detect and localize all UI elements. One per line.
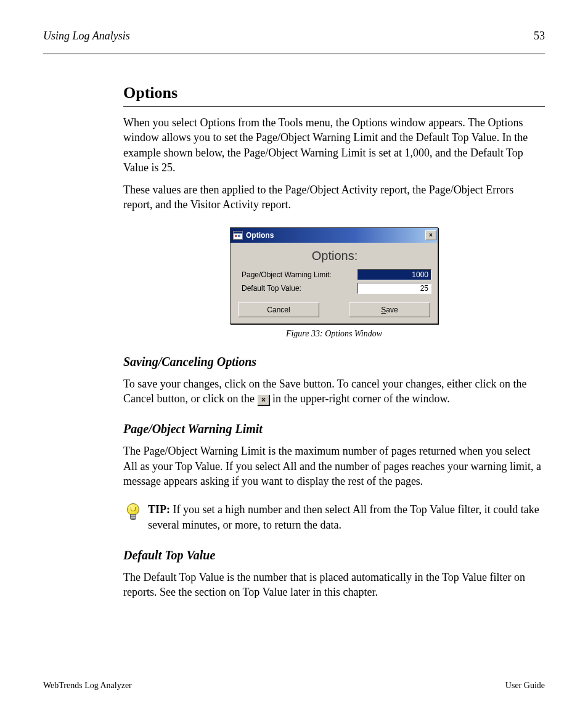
header-page-number: 53 [534,30,545,43]
lightbulb-icon [126,503,139,522]
close-icon[interactable]: × [425,230,436,240]
save-button[interactable]: Save [349,302,430,317]
subheading-warning-limit: Page/Object Warning Limit [123,422,545,436]
section-heading-options: Options [123,84,545,102]
footer-right: User Guide [505,681,545,691]
tip-block: TIP: If you set a high number and then s… [123,502,545,532]
tip-body: If you set a high number and then select… [148,503,539,530]
warning-limit-label: Page/Object Warning Limit: [242,270,332,279]
figure-caption: Figure 33: Options Window [123,329,545,339]
dialog-title: Options [246,231,274,240]
section-rule [123,106,545,107]
tip-label: TIP: [148,503,170,516]
intro-paragraph-1: When you select Options from the Tools m… [123,115,545,175]
dialog-titlebar[interactable]: Options × [231,228,438,243]
close-icon: × [257,394,269,405]
default-top-label: Default Top Value: [242,284,301,293]
cancel-button[interactable]: Cancel [238,302,319,317]
app-icon [233,231,243,240]
warning-limit-input[interactable] [357,269,431,280]
dialog-body-title: Options: [238,249,431,263]
header-chapter: Using Log Analysis [43,30,130,43]
intro-paragraph-2: These values are then applied to the Pag… [123,182,545,213]
options-dialog-figure: Options × Options: Page/Object Warning L… [123,227,545,339]
default-top-paragraph: The Default Top Value is the number that… [123,570,545,600]
header-rule [43,54,545,54]
footer-left: WebTrends Log Analyzer [43,681,132,691]
default-top-input[interactable] [357,283,431,294]
saving-paragraph: To save your changes, click on the Save … [123,376,545,407]
warning-limit-paragraph: The Page/Object Warning Limit is the max… [123,444,545,489]
subheading-saving: Saving/Canceling Options [123,355,545,369]
options-dialog: Options × Options: Page/Object Warning L… [230,227,438,324]
subheading-default-top: Default Top Value [123,548,545,562]
